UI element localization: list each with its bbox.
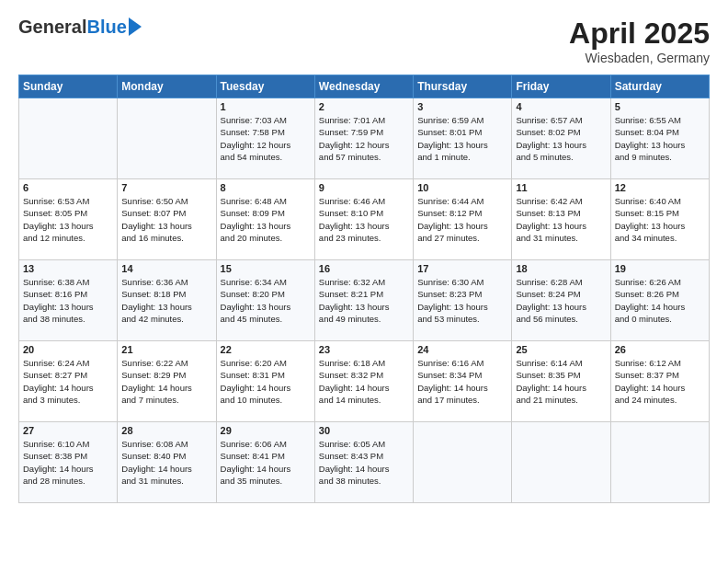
calendar-cell: 9Sunrise: 6:46 AM Sunset: 8:10 PM Daylig… — [314, 179, 413, 260]
day-number: 18 — [516, 263, 606, 274]
calendar-cell: 24Sunrise: 6:16 AM Sunset: 8:34 PM Dayli… — [414, 341, 512, 422]
calendar-cell: 18Sunrise: 6:28 AM Sunset: 8:24 PM Dayli… — [512, 260, 610, 341]
calendar-title: April 2025 — [569, 17, 710, 51]
day-number: 8 — [221, 182, 311, 193]
day-info: Sunrise: 7:01 AM Sunset: 7:59 PM Dayligh… — [319, 114, 409, 163]
day-number: 27 — [23, 425, 113, 436]
day-info: Sunrise: 7:03 AM Sunset: 7:58 PM Dayligh… — [221, 114, 311, 163]
calendar-cell — [19, 98, 118, 179]
day-number: 15 — [221, 263, 311, 274]
day-number: 2 — [319, 101, 409, 112]
day-number: 4 — [516, 101, 606, 112]
day-info: Sunrise: 6:42 AM Sunset: 8:13 PM Dayligh… — [516, 195, 606, 244]
day-number: 13 — [23, 263, 113, 274]
day-info: Sunrise: 6:28 AM Sunset: 8:24 PM Dayligh… — [516, 276, 606, 325]
calendar-cell: 2Sunrise: 7:01 AM Sunset: 7:59 PM Daylig… — [314, 98, 413, 179]
header: General Blue April 2025 Wiesbaden, Germa… — [18, 17, 710, 65]
calendar-cell — [414, 422, 512, 503]
calendar-cell — [610, 422, 709, 503]
day-number: 16 — [319, 263, 409, 274]
calendar-cell: 5Sunrise: 6:55 AM Sunset: 8:04 PM Daylig… — [610, 98, 709, 179]
calendar-cell: 20Sunrise: 6:24 AM Sunset: 8:27 PM Dayli… — [19, 341, 118, 422]
calendar-cell — [512, 422, 610, 503]
day-info: Sunrise: 6:46 AM Sunset: 8:10 PM Dayligh… — [319, 195, 409, 244]
calendar-cell: 27Sunrise: 6:10 AM Sunset: 8:38 PM Dayli… — [19, 422, 118, 503]
weekday-sunday: Sunday — [19, 75, 118, 98]
day-number: 7 — [121, 182, 211, 193]
calendar-cell: 11Sunrise: 6:42 AM Sunset: 8:13 PM Dayli… — [512, 179, 610, 260]
calendar-cell: 7Sunrise: 6:50 AM Sunset: 8:07 PM Daylig… — [118, 179, 216, 260]
calendar-cell: 13Sunrise: 6:38 AM Sunset: 8:16 PM Dayli… — [19, 260, 118, 341]
calendar-cell: 25Sunrise: 6:14 AM Sunset: 8:35 PM Dayli… — [512, 341, 610, 422]
calendar-cell — [118, 98, 216, 179]
day-info: Sunrise: 6:12 AM Sunset: 8:37 PM Dayligh… — [615, 357, 705, 406]
day-number: 22 — [221, 344, 311, 355]
day-info: Sunrise: 6:14 AM Sunset: 8:35 PM Dayligh… — [516, 357, 606, 406]
day-number: 5 — [615, 101, 705, 112]
day-info: Sunrise: 6:59 AM Sunset: 8:01 PM Dayligh… — [417, 114, 507, 163]
calendar-cell: 6Sunrise: 6:53 AM Sunset: 8:05 PM Daylig… — [19, 179, 118, 260]
day-number: 3 — [417, 101, 507, 112]
day-number: 19 — [615, 263, 705, 274]
day-info: Sunrise: 6:24 AM Sunset: 8:27 PM Dayligh… — [23, 357, 113, 406]
day-info: Sunrise: 6:22 AM Sunset: 8:29 PM Dayligh… — [121, 357, 211, 406]
weekday-friday: Friday — [512, 75, 610, 98]
day-info: Sunrise: 6:05 AM Sunset: 8:43 PM Dayligh… — [319, 438, 409, 487]
calendar-cell: 30Sunrise: 6:05 AM Sunset: 8:43 PM Dayli… — [314, 422, 413, 503]
week-row-2: 6Sunrise: 6:53 AM Sunset: 8:05 PM Daylig… — [19, 179, 710, 260]
week-row-1: 1Sunrise: 7:03 AM Sunset: 7:58 PM Daylig… — [19, 98, 710, 179]
day-info: Sunrise: 6:34 AM Sunset: 8:20 PM Dayligh… — [221, 276, 311, 325]
week-row-4: 20Sunrise: 6:24 AM Sunset: 8:27 PM Dayli… — [19, 341, 710, 422]
day-number: 30 — [319, 425, 409, 436]
calendar-cell: 21Sunrise: 6:22 AM Sunset: 8:29 PM Dayli… — [118, 341, 216, 422]
calendar-cell: 19Sunrise: 6:26 AM Sunset: 8:26 PM Dayli… — [610, 260, 709, 341]
calendar-cell: 22Sunrise: 6:20 AM Sunset: 8:31 PM Dayli… — [216, 341, 314, 422]
day-info: Sunrise: 6:44 AM Sunset: 8:12 PM Dayligh… — [417, 195, 507, 244]
calendar-cell: 15Sunrise: 6:34 AM Sunset: 8:20 PM Dayli… — [216, 260, 314, 341]
day-info: Sunrise: 6:06 AM Sunset: 8:41 PM Dayligh… — [221, 438, 311, 487]
calendar-cell: 8Sunrise: 6:48 AM Sunset: 8:09 PM Daylig… — [216, 179, 314, 260]
logo: General Blue — [18, 17, 142, 38]
day-info: Sunrise: 6:40 AM Sunset: 8:15 PM Dayligh… — [615, 195, 705, 244]
day-info: Sunrise: 6:53 AM Sunset: 8:05 PM Dayligh… — [23, 195, 113, 244]
calendar-cell: 16Sunrise: 6:32 AM Sunset: 8:21 PM Dayli… — [314, 260, 413, 341]
calendar-cell: 26Sunrise: 6:12 AM Sunset: 8:37 PM Dayli… — [610, 341, 709, 422]
title-block: April 2025 Wiesbaden, Germany — [569, 17, 710, 65]
day-info: Sunrise: 6:10 AM Sunset: 8:38 PM Dayligh… — [23, 438, 113, 487]
day-number: 24 — [417, 344, 507, 355]
day-info: Sunrise: 6:18 AM Sunset: 8:32 PM Dayligh… — [319, 357, 409, 406]
logo-arrow-icon — [129, 17, 142, 36]
logo-general-text: General — [18, 17, 86, 38]
day-number: 20 — [23, 344, 113, 355]
day-number: 28 — [121, 425, 211, 436]
logo-blue-text: Blue — [86, 17, 126, 38]
day-info: Sunrise: 6:50 AM Sunset: 8:07 PM Dayligh… — [121, 195, 211, 244]
day-info: Sunrise: 6:38 AM Sunset: 8:16 PM Dayligh… — [23, 276, 113, 325]
day-number: 9 — [319, 182, 409, 193]
day-number: 23 — [319, 344, 409, 355]
weekday-wednesday: Wednesday — [314, 75, 413, 98]
calendar-cell: 17Sunrise: 6:30 AM Sunset: 8:23 PM Dayli… — [414, 260, 512, 341]
day-number: 21 — [121, 344, 211, 355]
day-number: 17 — [417, 263, 507, 274]
calendar-location: Wiesbaden, Germany — [569, 51, 710, 65]
day-info: Sunrise: 6:20 AM Sunset: 8:31 PM Dayligh… — [221, 357, 311, 406]
week-row-3: 13Sunrise: 6:38 AM Sunset: 8:16 PM Dayli… — [19, 260, 710, 341]
weekday-thursday: Thursday — [414, 75, 512, 98]
day-number: 14 — [121, 263, 211, 274]
day-info: Sunrise: 6:26 AM Sunset: 8:26 PM Dayligh… — [615, 276, 705, 325]
day-info: Sunrise: 6:48 AM Sunset: 8:09 PM Dayligh… — [221, 195, 311, 244]
calendar-table: SundayMondayTuesdayWednesdayThursdayFrid… — [18, 75, 710, 503]
calendar-cell: 14Sunrise: 6:36 AM Sunset: 8:18 PM Dayli… — [118, 260, 216, 341]
calendar-cell: 29Sunrise: 6:06 AM Sunset: 8:41 PM Dayli… — [216, 422, 314, 503]
page: General Blue April 2025 Wiesbaden, Germa… — [0, 0, 728, 563]
day-number: 26 — [615, 344, 705, 355]
day-info: Sunrise: 6:30 AM Sunset: 8:23 PM Dayligh… — [417, 276, 507, 325]
weekday-header-row: SundayMondayTuesdayWednesdayThursdayFrid… — [19, 75, 710, 98]
day-number: 25 — [516, 344, 606, 355]
day-info: Sunrise: 6:55 AM Sunset: 8:04 PM Dayligh… — [615, 114, 705, 163]
weekday-monday: Monday — [118, 75, 216, 98]
day-info: Sunrise: 6:36 AM Sunset: 8:18 PM Dayligh… — [121, 276, 211, 325]
day-number: 29 — [221, 425, 311, 436]
calendar-cell: 4Sunrise: 6:57 AM Sunset: 8:02 PM Daylig… — [512, 98, 610, 179]
